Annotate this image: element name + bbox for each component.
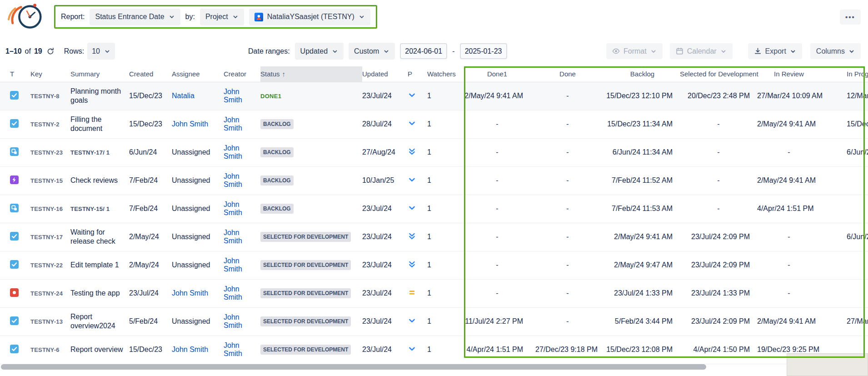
column-header-summary[interactable]: Summary [70,66,129,82]
assignee-link[interactable]: Natalia [172,92,195,100]
creator-cell: John Smith [224,110,260,138]
updated-date: 23/Jul/24 [362,279,408,307]
task-icon [10,345,19,353]
report-type-dropdown[interactable]: Status Entrance Date [90,9,180,25]
format-dropdown[interactable]: Format [606,43,663,59]
status-date-selected: 20/Dec/23 2:48 PM [680,82,757,110]
column-header-created[interactable]: Created [129,66,172,82]
status-date-backlog: 15/Dec/23 12:08 PM [605,336,680,364]
status-date-backlog: 2/May/24 9:41 AM [605,223,680,251]
column-header-status[interactable]: Status↑ [260,66,362,82]
created-date: 2/May/24 [129,223,172,251]
status-date-in_progress: 15/Dec/2 [821,110,868,138]
column-header-backlog[interactable]: Backlog [605,66,680,82]
chevron-down-icon [848,48,855,55]
creator-link[interactable]: John Smith [224,201,242,216]
chevron-down-icon [104,48,110,55]
column-header-label: T [10,70,14,78]
issue-key: TESTNY-16 [30,195,70,223]
status-date-in_review: - [757,138,821,166]
assignee-link[interactable]: John Smith [172,346,208,353]
created-date: 15/Dec/23 [129,82,172,110]
pagination-total: 19 [34,47,42,55]
assignee-cell: Unassigned [172,251,224,279]
report-label: Report: [61,13,85,21]
chevron-down-icon [650,48,657,55]
status-date-done1: - [464,195,530,223]
horizontal-scrollbar-thumb[interactable] [1,364,706,370]
issue-key: TESTNY-17 [30,223,70,251]
status-cell: SELECTED FOR DEVELOPMENT [260,279,362,307]
rows-per-page-dropdown[interactable]: 10 [87,43,115,60]
chevron-down-icon [169,14,175,20]
updated-date: 27/Aug/24 [362,138,408,166]
table-header-row: TKeySummaryCreatedAssigneeCreatorStatus↑… [0,66,868,82]
assignee-cell: John Smith [172,336,224,364]
assignee-text: Unassigned [172,233,210,241]
creator-link[interactable]: John Smith [224,116,242,132]
issue-summary-text: TESTNY-17/ 1 [70,149,110,156]
assignee-cell: Unassigned [172,195,224,223]
column-header-t[interactable]: T [0,66,30,82]
column-header-key[interactable]: Key [30,66,70,82]
status-date-backlog: 15/Dec/23 11:34 AM [605,110,680,138]
issue-summary-text: TESTNY-15/ 1 [70,206,110,212]
creator-link[interactable]: John Smith [224,229,242,245]
range-mode-dropdown[interactable]: Custom [349,43,395,60]
group-by-dropdown[interactable]: Project [200,9,244,25]
more-options-button[interactable]: ••• [840,10,861,25]
status-date-in_progress: 6/Jun/24 [821,138,868,166]
assignee-cell: Unassigned [172,307,224,336]
refresh-button[interactable] [45,46,55,56]
project-dropdown[interactable]: NataliaYSaasjet (TESTNY) [249,9,370,25]
column-header-p[interactable]: P [408,66,427,82]
column-header-creator[interactable]: Creator [224,66,260,82]
assignee-link[interactable]: John Smith [172,120,208,128]
status-date-done: - [530,223,605,251]
column-header-selected[interactable]: Selected for Development [680,66,757,82]
watchers-count: 1 [427,166,464,195]
date-to-input[interactable]: 2025-01-23 [460,43,507,59]
export-dropdown[interactable]: Export [748,43,802,59]
issue-key: TESTNY-13 [30,307,70,336]
creator-link[interactable]: John Smith [224,341,242,357]
status-cell: BACKLOG [260,195,362,223]
column-header-label: In Progress [847,70,868,78]
column-header-updated[interactable]: Updated [362,66,408,82]
creator-cell: John Smith [224,307,260,336]
column-header-label: Summary [70,70,100,78]
date-from-input[interactable]: 2024-06-01 [400,43,447,59]
columns-dropdown[interactable]: Columns [810,43,861,59]
status-badge: SELECTED FOR DEVELOPMENT [260,260,351,270]
calendar-dropdown[interactable]: Calendar [670,43,733,59]
column-header-done[interactable]: Done [530,66,605,82]
creator-link[interactable]: John Smith [224,88,242,104]
subtask-icon [10,204,19,212]
eye-icon [612,47,620,55]
column-header-in_progress[interactable]: In Progress [821,66,868,82]
creator-link[interactable]: John Smith [224,285,242,301]
column-header-done1[interactable]: Done1 [464,66,530,82]
priority-cell [408,223,427,251]
column-header-in_review[interactable]: In Review [757,66,821,82]
rows-per-page-value: 10 [92,47,100,55]
date-field-value: Updated [300,47,328,55]
assignee-link[interactable]: John Smith [172,289,208,297]
column-header-watchers[interactable]: Watchers [427,66,464,82]
issue-summary: Edit template 1 [70,251,129,279]
creator-link[interactable]: John Smith [224,257,242,273]
table-row: TESTNY-8Planning month goals15/Dec/23Nat… [0,82,868,110]
date-field-dropdown[interactable]: Updated [295,43,344,60]
status-date-selected: - [680,166,757,195]
column-header-label: Assignee [172,70,200,78]
creator-link[interactable]: John Smith [224,172,242,188]
status-badge: SELECTED FOR DEVELOPMENT [260,316,351,326]
status-date-in_review: - [757,223,821,251]
chevron-down-icon [790,48,796,55]
issue-key: TESTNY-15 [30,166,70,195]
column-header-assignee[interactable]: Assignee [172,66,224,82]
creator-link[interactable]: John Smith [224,144,242,160]
status-cell: BACKLOG [260,138,362,166]
creator-link[interactable]: John Smith [224,313,242,329]
issue-summary-text: Testing the app [70,289,120,297]
